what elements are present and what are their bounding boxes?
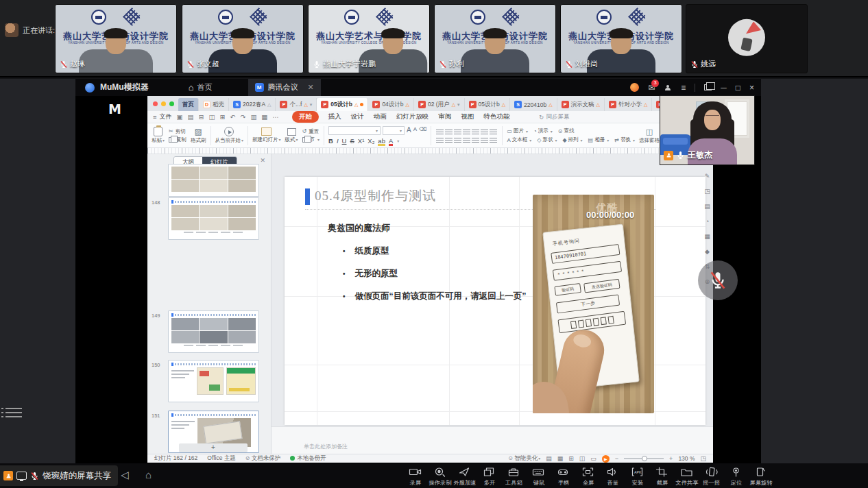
screen-share-indicator[interactable]: 饶琬婧的屏幕共享 bbox=[0, 465, 118, 486]
account-icon[interactable] bbox=[664, 84, 672, 92]
play-from-current-button[interactable]: 从当前开始▾ bbox=[215, 127, 244, 144]
design-rail-icon[interactable]: ▤ bbox=[704, 203, 710, 210]
tool-install-apk[interactable]: APK 安装 bbox=[625, 465, 649, 487]
normal-view-icon[interactable]: ▤ bbox=[546, 455, 552, 462]
fit-slide-icon[interactable]: ◳ bbox=[700, 455, 706, 462]
wps-home-tab[interactable]: 首页 bbox=[178, 98, 199, 111]
distribute-icon[interactable] bbox=[472, 136, 479, 143]
reset-button[interactable]: ↺重置 bbox=[302, 128, 320, 135]
multi-window-icon[interactable] bbox=[704, 84, 712, 90]
subscript-button[interactable]: X₂ bbox=[367, 137, 374, 145]
slide-thumbnail-148[interactable] bbox=[168, 197, 259, 240]
tool-fullscreen[interactable]: 全屏 bbox=[576, 465, 600, 487]
font-color-button[interactable]: A bbox=[389, 137, 393, 145]
superscript-button[interactable]: X¹ bbox=[358, 137, 365, 145]
chart-rail-icon[interactable]: ◔ bbox=[706, 218, 709, 225]
shape-rail-icon[interactable]: ◆ bbox=[705, 248, 710, 255]
lock-icon[interactable]: ▦ bbox=[261, 113, 267, 121]
show-button[interactable]: ◔演示▾ bbox=[533, 127, 553, 134]
zoom-out-button[interactable]: − bbox=[615, 455, 618, 462]
tool-record-screen[interactable]: 录屏 bbox=[403, 465, 427, 487]
gift-icon[interactable] bbox=[630, 83, 639, 92]
file-menu[interactable]: ≡文件 bbox=[153, 112, 172, 121]
indent-increase-icon[interactable] bbox=[463, 128, 470, 134]
ribbon-tab-animation[interactable]: 动画 bbox=[374, 112, 387, 121]
ribbon-tab-home[interactable]: 开始 bbox=[292, 111, 319, 123]
new-icon[interactable]: ▤ bbox=[188, 113, 194, 121]
tool-macro-record[interactable]: 操作录制 bbox=[428, 465, 452, 487]
sorter-view-icon[interactable]: ⊞ bbox=[568, 455, 574, 462]
section-button[interactable]: 节▾ bbox=[302, 136, 320, 143]
format-painter-button[interactable]: ▨ 格式刷 bbox=[191, 127, 206, 144]
layout-button[interactable]: 版式▾ bbox=[285, 128, 298, 143]
font-family-select[interactable]: ▾ bbox=[328, 126, 381, 135]
emulator-meeting-tab[interactable]: M 腾讯会议 ✕ bbox=[248, 79, 321, 96]
protection-status[interactable]: ⊘ 文档未保护 bbox=[245, 454, 280, 463]
decrease-font-icon[interactable]: A bbox=[413, 126, 417, 135]
album-button[interactable]: ▤相册▾ bbox=[588, 136, 610, 143]
align-left-icon[interactable] bbox=[436, 136, 444, 143]
tool-rotate-screen[interactable]: 屏幕旋转 bbox=[749, 465, 773, 487]
doc-tab[interactable]: P04设计b△ bbox=[368, 98, 414, 111]
underline-button[interactable]: U bbox=[342, 137, 347, 145]
cut-button[interactable]: ✂剪切 bbox=[169, 128, 186, 135]
close-dot-icon[interactable] bbox=[153, 101, 158, 106]
doc-tab[interactable]: P针对小学△ bbox=[605, 98, 652, 111]
strikethrough-button[interactable]: S bbox=[350, 137, 354, 145]
slide-view-icon[interactable]: ▦ bbox=[557, 455, 564, 462]
slide-thumbnail-150[interactable] bbox=[168, 360, 259, 402]
italic-button[interactable]: I bbox=[337, 137, 339, 145]
align-bottom-icon[interactable] bbox=[490, 136, 497, 143]
add-slide-button[interactable]: + bbox=[179, 443, 248, 452]
slide-canvas[interactable]: 05.4原型制作与测试 奥兹国的魔法师 纸质原型 无形的原型 做假页面“目前该页… bbox=[285, 177, 706, 425]
redo-icon[interactable]: ↷ bbox=[240, 113, 245, 121]
picture-button[interactable]: ▭图片▾ bbox=[507, 127, 528, 134]
align-right-icon[interactable] bbox=[454, 136, 461, 143]
self-video-overlay[interactable]: 王敏杰 bbox=[660, 96, 754, 164]
ribbon-tab-review[interactable]: 审阅 bbox=[438, 112, 451, 121]
copy-button[interactable]: 复制 bbox=[169, 136, 186, 143]
android-back-button[interactable]: ◁ bbox=[121, 469, 129, 481]
indent-decrease-icon[interactable] bbox=[454, 128, 461, 134]
bold-button[interactable]: B bbox=[328, 137, 333, 145]
justify-icon[interactable] bbox=[463, 136, 470, 143]
align-center-icon[interactable] bbox=[445, 136, 453, 143]
sync-screen-button[interactable]: ↻同步屏幕 bbox=[539, 113, 569, 121]
line-spacing-icon[interactable] bbox=[472, 128, 479, 134]
android-home-button[interactable]: ⌂ bbox=[145, 469, 152, 480]
shape-button[interactable]: ◇形状▾ bbox=[537, 136, 557, 143]
tool-locate[interactable]: 定位 bbox=[724, 465, 748, 487]
table-rail-icon[interactable]: ▦ bbox=[704, 233, 710, 240]
zoom-knob[interactable] bbox=[642, 456, 647, 461]
tool-multi-instance[interactable]: 多开 bbox=[477, 465, 501, 487]
textbox-button[interactable]: A文本框▾ bbox=[507, 136, 531, 143]
participant-tile-zhangwenchao[interactable]: 燕山大学艺术与设计学院 YANSHAN UNIVERSITY COLLEGE O… bbox=[182, 4, 304, 73]
mail-icon[interactable]: ✉3 bbox=[648, 84, 655, 92]
layout-rail-icon[interactable]: ◳ bbox=[704, 188, 710, 195]
slide-bullet[interactable]: 做假页面“目前该页面不可用，请返回上一页” bbox=[343, 291, 527, 302]
doc-tab[interactable]: P02 (用户△▾ bbox=[414, 98, 465, 111]
photo-icon[interactable]: ▥ bbox=[250, 113, 256, 121]
participant-tile-yaoyuan[interactable]: 姚远 bbox=[686, 4, 808, 73]
ribbon-tab-insert[interactable]: 插入 bbox=[328, 112, 341, 121]
ribbon-tab-view[interactable]: 视图 bbox=[461, 112, 474, 121]
ribbon-tab-slideshow[interactable]: 幻灯片放映 bbox=[396, 112, 429, 121]
slide-thumbnail-149[interactable] bbox=[168, 310, 259, 353]
columns-icon[interactable] bbox=[490, 128, 497, 134]
clear-format-icon[interactable]: ⌫ bbox=[419, 126, 426, 135]
print-icon[interactable]: ⊟ bbox=[199, 113, 204, 121]
numbering-icon[interactable] bbox=[445, 128, 453, 134]
slide-thumbnail-partial[interactable] bbox=[168, 164, 259, 197]
docer-tab[interactable]: D稻壳 bbox=[199, 98, 229, 111]
minimize-dot-icon[interactable] bbox=[161, 101, 166, 106]
ribbon-tab-special[interactable]: 特色功能 bbox=[483, 112, 509, 121]
slideshow-play-button[interactable]: ▶ bbox=[602, 455, 610, 463]
doc-tab[interactable]: P05设计b△ bbox=[465, 98, 511, 111]
participant-tile-ningyanpeng[interactable]: 燕山大学艺术与设计学院 YANSHAN UNIVERSITY COLLEGE O… bbox=[308, 4, 430, 73]
doc-tab-active[interactable]: P05设计b△ bbox=[317, 98, 368, 111]
text-direction-icon[interactable] bbox=[481, 128, 488, 134]
tool-gamepad[interactable]: 手柄 bbox=[551, 465, 575, 487]
paste-button[interactable]: 粘贴▾ bbox=[152, 127, 165, 144]
tool-shake[interactable]: 摇一摇 bbox=[699, 465, 723, 487]
replace-button[interactable]: ⇄替换▾ bbox=[614, 136, 635, 143]
